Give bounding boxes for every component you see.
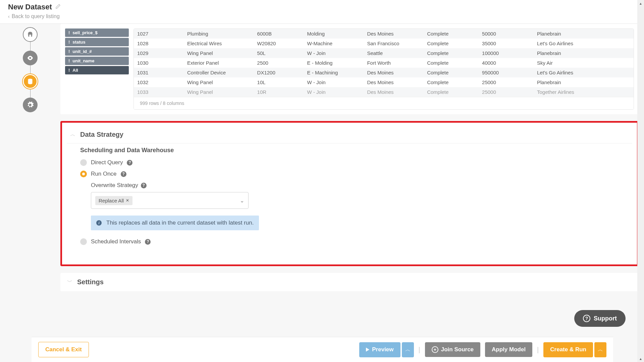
chevron-down-icon: ⌄ (240, 197, 244, 204)
edit-icon[interactable] (55, 4, 61, 10)
close-icon[interactable]: ✕ (126, 198, 129, 203)
preview-button[interactable]: Preview (359, 342, 400, 357)
table-footer: 999 rows / 8 columns (134, 97, 634, 109)
col-unit-id[interactable]: !unit_id_# (65, 47, 129, 56)
chevron-up-icon[interactable]: ︿ (70, 131, 75, 138)
preview-panel: !sell_price_$ !status !unit_id_# !unit_n… (60, 24, 639, 114)
step-source[interactable] (23, 27, 38, 42)
create-run-button[interactable]: Create & Run (543, 342, 593, 357)
create-caret[interactable]: ︿ (594, 342, 606, 357)
step-data-strategy[interactable] (23, 74, 38, 89)
replace-all-chip[interactable]: Replace All✕ (95, 196, 132, 205)
data-strategy-panel: ︿ Data Strategy Scheduling and Data Ware… (60, 121, 639, 266)
settings-panel: ﹀ Settings (60, 273, 639, 291)
back-link[interactable]: ‹ Back to query listing (8, 13, 636, 19)
left-rail (0, 24, 60, 325)
col-unit-name[interactable]: !unit_name (65, 57, 129, 65)
support-button[interactable]: ? Support (574, 310, 626, 327)
settings-title: Settings (77, 278, 104, 286)
info-icon: i (96, 220, 102, 226)
step-settings[interactable] (23, 98, 38, 112)
overwrite-label: Overwrite Strategy ? (91, 182, 619, 189)
cancel-exit-button[interactable]: Cancel & Exit (38, 342, 89, 357)
table-row[interactable]: 1028Electrical WiresW20820W-MachineSan F… (134, 39, 634, 48)
top-header: New Dataset ‹ Back to query listing (0, 0, 644, 24)
col-sell-price[interactable]: !sell_price_$ (65, 28, 129, 37)
bottom-bar: Cancel & Exit Preview ︿ | +Join Source A… (32, 337, 613, 362)
table-row[interactable]: 1030Exterior Panel2500E - MoldingFort Wo… (134, 58, 634, 68)
help-icon[interactable]: ? (141, 183, 147, 188)
help-icon[interactable]: ? (127, 160, 132, 166)
chevron-left-icon: ‹ (8, 14, 10, 19)
columns-list: !sell_price_$ !status !unit_id_# !unit_n… (65, 28, 129, 110)
radio-selected-icon (80, 171, 87, 177)
col-status[interactable]: !status (65, 38, 129, 46)
overwrite-select[interactable]: Replace All✕ ⌄ (91, 192, 249, 209)
scroll-down-icon[interactable]: ▲ (637, 355, 644, 362)
strategy-title: Data Strategy (80, 131, 123, 138)
back-label: Back to query listing (12, 13, 60, 19)
scroll-up-icon[interactable]: ▲ (637, 0, 644, 7)
play-icon (366, 348, 369, 352)
radio-direct-query[interactable]: Direct Query ? (80, 159, 619, 166)
table-row[interactable]: 1033Wing Panel10RW - JoinDes MoinesCompl… (134, 87, 634, 97)
help-icon[interactable]: ? (145, 239, 151, 245)
table-row[interactable]: 1032Wing Panel10LW - JoinDes MoinesCompl… (134, 77, 634, 87)
scrollbar[interactable]: ▲ ▲ (637, 0, 644, 362)
plus-icon: + (432, 346, 438, 353)
radio-scheduled-intervals[interactable]: Scheduled Intervals ? (80, 238, 619, 245)
radio-icon (80, 159, 87, 166)
table-row[interactable]: 1031Controller DeviceDX1200E - Machining… (134, 68, 634, 77)
apply-model-button[interactable]: Apply Model (485, 342, 532, 357)
join-source-button[interactable]: +Join Source (425, 342, 480, 357)
help-icon: ? (583, 315, 590, 322)
page-title: New Dataset (8, 3, 52, 11)
data-table: 1027Plumbing6000BMoldingDes MoinesComple… (134, 29, 634, 97)
help-icon[interactable]: ? (121, 171, 126, 177)
data-table-wrap: 1027Plumbing6000BMoldingDes MoinesComple… (133, 28, 634, 110)
info-banner: i This replaces all data in the current … (91, 216, 259, 230)
scheduling-title: Scheduling and Data Warehouse (80, 147, 619, 154)
table-row[interactable]: 1027Plumbing6000BMoldingDes MoinesComple… (134, 29, 634, 39)
chevron-down-icon[interactable]: ﹀ (67, 279, 72, 286)
preview-caret[interactable]: ︿ (402, 342, 414, 357)
radio-run-once[interactable]: Run Once ? (80, 171, 619, 177)
step-preview[interactable] (23, 51, 38, 65)
radio-icon (80, 238, 87, 245)
table-row[interactable]: 1029Wing Panel50LW - JoinSeattleComplete… (134, 48, 634, 58)
col-all[interactable]: !All (65, 66, 129, 74)
